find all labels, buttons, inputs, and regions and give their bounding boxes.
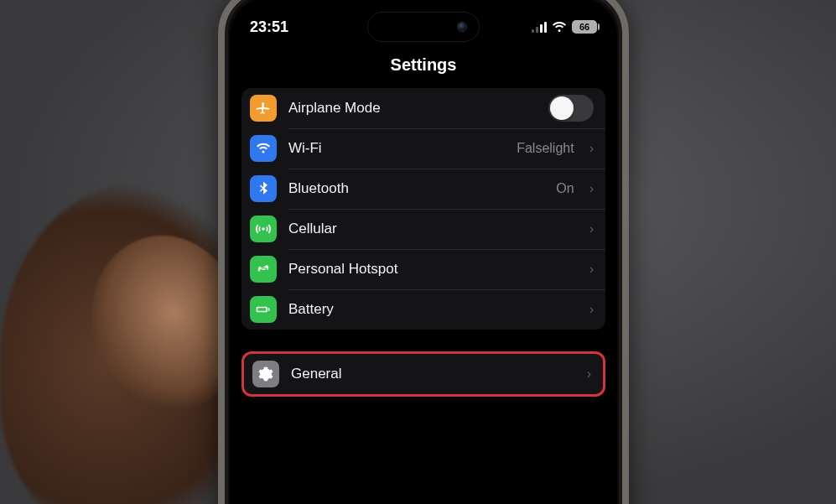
wifi-icon xyxy=(250,135,277,162)
settings-row-battery[interactable]: Battery› xyxy=(241,289,605,330)
chevron-right-icon: › xyxy=(589,262,594,277)
gear-icon xyxy=(252,361,279,387)
chevron-right-icon: › xyxy=(589,221,594,236)
chevron-right-icon: › xyxy=(589,302,594,317)
wifi-status-icon xyxy=(552,21,567,33)
airplane-toggle[interactable] xyxy=(548,95,594,122)
battery-icon xyxy=(250,296,277,323)
cellular-signal-icon xyxy=(532,22,547,33)
chevron-right-icon: › xyxy=(589,181,594,196)
row-label: Airplane Mode xyxy=(288,100,537,117)
settings-group: General› xyxy=(241,351,605,397)
settings-row-airplane[interactable]: Airplane Mode xyxy=(241,88,605,128)
row-label: Wi-Fi xyxy=(288,140,505,157)
settings-row-wifi[interactable]: Wi-FiFalselight› xyxy=(241,128,605,169)
dynamic-island xyxy=(367,12,480,42)
airplane-icon xyxy=(250,95,277,122)
row-label: Bluetooth xyxy=(288,180,544,197)
settings-group: Airplane ModeWi-FiFalselight›BluetoothOn… xyxy=(241,88,605,330)
status-time: 23:51 xyxy=(250,18,288,36)
row-value: Falselight xyxy=(517,141,574,156)
row-value: On xyxy=(556,181,574,196)
bluetooth-icon xyxy=(250,175,277,202)
chevron-right-icon: › xyxy=(587,366,591,382)
chevron-right-icon: › xyxy=(589,141,594,156)
page-title: Settings xyxy=(241,49,605,88)
toggle-knob xyxy=(550,96,574,120)
row-label: Battery xyxy=(288,301,578,318)
settings-row-bluetooth[interactable]: BluetoothOn› xyxy=(241,169,605,209)
battery-status-icon: 66 xyxy=(572,20,597,34)
cellular-icon xyxy=(250,216,277,242)
row-label: General xyxy=(291,366,575,382)
row-label: Personal Hotspot xyxy=(288,261,578,278)
hotspot-icon xyxy=(250,256,277,283)
settings-row-cellular[interactable]: Cellular› xyxy=(241,209,605,249)
settings-row-hotspot[interactable]: Personal Hotspot› xyxy=(241,249,605,289)
settings-row-general[interactable]: General› xyxy=(244,354,603,394)
row-label: Cellular xyxy=(288,221,578,237)
battery-percent: 66 xyxy=(579,22,589,32)
phone-frame: 23:51 66 Settings Airplane ModeWi-FiFals… xyxy=(218,0,629,504)
front-camera-icon xyxy=(457,22,467,32)
